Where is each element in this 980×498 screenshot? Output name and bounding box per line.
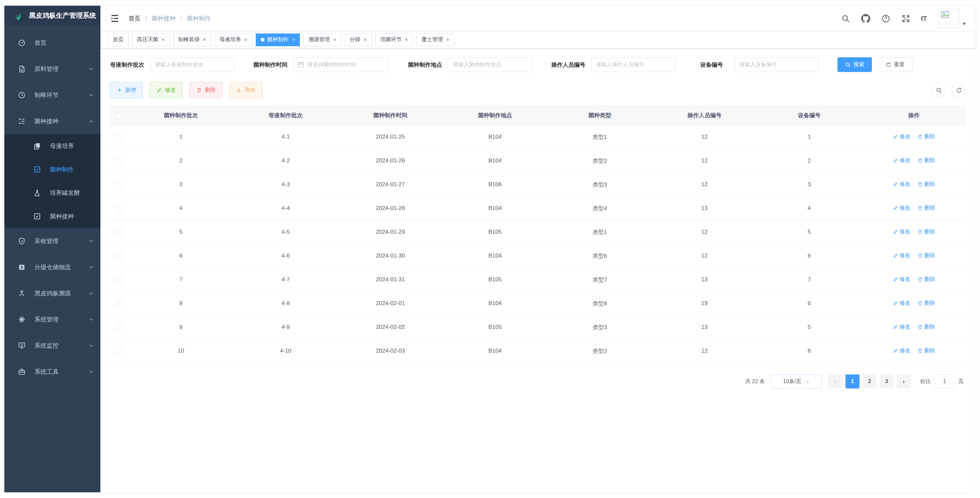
sidebar-item-菌种制作[interactable]: 菌种制作 (4, 158, 100, 181)
select-all-checkbox[interactable] (116, 113, 122, 118)
sidebar-item-菌种接种[interactable]: 菌种接种 (4, 204, 100, 228)
row-checkbox[interactable] (116, 134, 122, 140)
help-icon[interactable] (881, 13, 891, 24)
row-checkbox[interactable] (116, 277, 122, 283)
next-page-button[interactable]: › (897, 374, 911, 388)
table-row: 54-52024-01-29B105类型1125修改删除 (110, 220, 966, 244)
sidebar-item-培养罐发酵[interactable]: 培养罐发酵 (4, 181, 100, 204)
toggle-search-button[interactable] (931, 83, 946, 97)
tab-高压灭菌[interactable]: 高压灭菌 × (132, 34, 170, 46)
page-button-3[interactable]: 3 (880, 374, 894, 388)
close-icon[interactable]: × (162, 37, 165, 43)
row-delete-link[interactable]: 删除 (918, 157, 935, 164)
table-cell: 2024-01-26 (338, 149, 443, 173)
close-icon[interactable]: × (292, 37, 295, 43)
row-delete-link[interactable]: 删除 (918, 324, 935, 330)
sidebar-item-采收管理[interactable]: 采收管理 (4, 228, 100, 254)
row-edit-link[interactable]: 修改 (893, 204, 910, 212)
row-edit-link[interactable]: 修改 (893, 181, 910, 188)
row-checkbox[interactable] (116, 324, 122, 330)
input-操作人员编号[interactable] (591, 57, 675, 72)
goto-page-input[interactable] (934, 374, 955, 388)
tab-母液培养[interactable]: 母液培养 × (215, 34, 252, 46)
row-edit-link[interactable]: 修改 (893, 324, 910, 330)
tab-分级[interactable]: 分级 × (345, 34, 372, 46)
table-cell: 1 (757, 125, 862, 149)
row-checkbox[interactable] (116, 301, 122, 306)
page-size-select[interactable]: 10条/页 ∨ (771, 374, 822, 388)
input-母液制作批次[interactable] (150, 57, 234, 72)
delete-button[interactable]: 删除 (189, 82, 223, 98)
font-size-icon[interactable]: tT (921, 14, 927, 22)
sidebar-item-原料管理[interactable]: 原料管理 (4, 56, 100, 82)
row-edit-link[interactable]: 修改 (893, 228, 910, 235)
close-icon[interactable]: × (203, 37, 206, 43)
row-edit-link[interactable]: 修改 (893, 133, 910, 140)
row-edit-link[interactable]: 修改 (893, 347, 910, 354)
sidebar-item-系统工具[interactable]: 系统工具 (4, 359, 100, 385)
row-edit-link[interactable]: 修改 (893, 276, 910, 283)
breadcrumb-item[interactable]: 首页 (129, 14, 141, 22)
sidebar-item-菌种接种[interactable]: 菌种接种 (4, 108, 100, 134)
row-edit-link[interactable]: 修改 (893, 252, 910, 259)
row-delete-link[interactable]: 删除 (918, 300, 935, 307)
user-avatar[interactable]: ▾ (939, 9, 966, 28)
row-checkbox[interactable] (116, 182, 122, 188)
edit-button[interactable]: 修改 (150, 82, 183, 98)
active-dot (261, 38, 264, 42)
fullscreen-icon[interactable] (900, 13, 911, 24)
close-icon[interactable]: × (405, 37, 408, 43)
input-菌种制作时间[interactable] (293, 57, 389, 72)
table-row: 24-22024-01-26B104类型2122修改删除 (110, 149, 966, 173)
row-delete-link[interactable]: 删除 (918, 276, 935, 283)
row-checkbox[interactable] (116, 230, 122, 235)
row-delete-link[interactable]: 删除 (918, 181, 935, 188)
row-edit-link[interactable]: 修改 (893, 300, 910, 307)
row-checkbox[interactable] (116, 348, 122, 354)
tab-培菌环节[interactable]: 培菌环节 × (375, 34, 413, 46)
sidebar-item-黑皮鸡枞溯源[interactable]: 黑皮鸡枞溯源 (4, 280, 100, 306)
page-button-2[interactable]: 2 (862, 374, 877, 388)
row-checkbox[interactable] (116, 253, 122, 259)
row-delete-link[interactable]: 删除 (918, 228, 935, 235)
input-菌种制作地点[interactable] (448, 57, 532, 72)
sidebar-item-系统监控[interactable]: 系统监控 (4, 332, 100, 359)
prev-page-button[interactable]: ‹ (828, 374, 842, 388)
row-delete-link[interactable]: 删除 (918, 347, 935, 354)
sidebar-item-母液培养[interactable]: 母液培养 (4, 134, 100, 158)
export-button[interactable]: 导出 (229, 82, 262, 98)
input-设备编号[interactable] (734, 57, 819, 72)
github-icon[interactable] (861, 13, 870, 24)
sidebar-item-首页[interactable]: 首页 (4, 30, 100, 56)
tab-首页[interactable]: 首页 (108, 34, 129, 46)
tab-溯源管理[interactable]: 溯源管理 × (303, 34, 341, 46)
search-icon[interactable] (840, 13, 851, 24)
tab-覆土管理[interactable]: 覆土管理 × (416, 34, 454, 46)
page-button-1[interactable]: 1 (845, 374, 859, 388)
row-delete-link[interactable]: 删除 (918, 204, 935, 212)
sidebar-collapse-icon[interactable] (110, 13, 120, 24)
sidebar-item-制棒环节[interactable]: 制棒环节 (4, 82, 100, 108)
tab-菌种制作[interactable]: 菌种制作 × (256, 34, 300, 46)
row-checkbox[interactable] (116, 206, 122, 211)
row-checkbox[interactable] (116, 158, 122, 164)
row-delete-link[interactable]: 删除 (918, 133, 935, 140)
close-icon[interactable]: × (446, 37, 449, 43)
checkbox-icon (33, 212, 41, 220)
tab-制棒装袋[interactable]: 制棒装袋 × (173, 34, 211, 46)
table-cell: 2024-01-28 (338, 196, 443, 220)
sidebar-item-系统管理[interactable]: 系统管理 (4, 306, 100, 332)
close-icon[interactable]: × (244, 37, 247, 43)
app-logo[interactable]: 黑皮鸡枞生产管理系统 (4, 6, 100, 25)
reset-button[interactable]: 重置 (878, 57, 912, 72)
row-delete-link[interactable]: 删除 (918, 252, 935, 259)
close-icon[interactable]: × (364, 37, 367, 43)
row-edit-link[interactable]: 修改 (893, 157, 910, 164)
table-cell: 12 (652, 339, 757, 363)
search-button[interactable]: 搜索 (837, 57, 872, 72)
sidebar-item-分级仓储物流[interactable]: $ 分级仓储物流 (4, 254, 100, 280)
add-button[interactable]: 新增 (110, 82, 143, 98)
refresh-button[interactable] (951, 83, 966, 97)
breadcrumb-item[interactable]: 菌种接种 (152, 14, 176, 22)
close-icon[interactable]: × (333, 37, 336, 43)
